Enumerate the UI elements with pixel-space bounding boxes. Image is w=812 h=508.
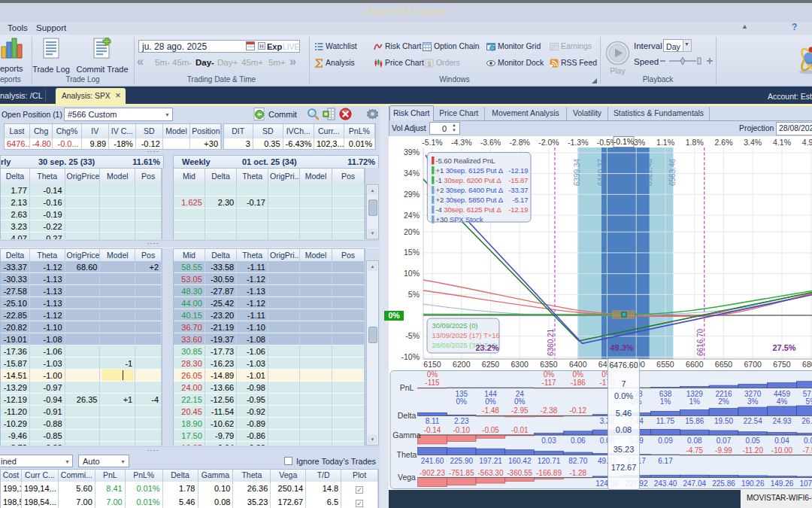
svg-text:0%: 0% bbox=[456, 397, 468, 406]
svg-text:6750: 6750 bbox=[773, 360, 791, 369]
svg-text:6400: 6400 bbox=[569, 360, 587, 369]
svg-text:Theta: Theta bbox=[397, 450, 417, 459]
svg-text:-7.50: -7.50 bbox=[802, 446, 812, 455]
svg-text:1%: 1% bbox=[660, 397, 671, 406]
svg-text:PnL: PnL bbox=[400, 383, 414, 392]
svg-text:4%: 4% bbox=[777, 397, 788, 406]
svg-text:-166.89: -166.89 bbox=[536, 469, 562, 477]
svg-text:225.86: 225.86 bbox=[712, 479, 735, 488]
svg-text:247.04: 247.04 bbox=[683, 479, 707, 488]
svg-text:107.00: 107.00 bbox=[800, 479, 812, 488]
svg-text:-5%: -5% bbox=[405, 331, 420, 340]
svg-text:-2.95: -2.95 bbox=[511, 406, 529, 415]
svg-text:243.40: 243.40 bbox=[654, 479, 677, 488]
svg-text:0.09: 0.09 bbox=[658, 437, 673, 445]
svg-text:-2.8%: -2.8% bbox=[509, 138, 529, 147]
svg-text:4.1%: 4.1% bbox=[773, 138, 791, 147]
svg-text:5%: 5% bbox=[806, 397, 812, 406]
svg-text:6650: 6650 bbox=[715, 360, 733, 369]
svg-text:29%: 29% bbox=[404, 190, 420, 199]
svg-text:0.06: 0.06 bbox=[571, 437, 586, 445]
svg-text:-0.14: -0.14 bbox=[424, 426, 441, 434]
svg-text:6150: 6150 bbox=[423, 360, 441, 369]
svg-text:1.8%: 1.8% bbox=[686, 138, 704, 147]
svg-text:0%: 0% bbox=[485, 397, 496, 406]
svg-text:-563.30: -563.30 bbox=[478, 469, 504, 477]
svg-text:1%: 1% bbox=[689, 397, 701, 406]
svg-text:0%: 0% bbox=[427, 370, 438, 379]
svg-text:6.17: 6.17 bbox=[658, 457, 673, 465]
svg-text:6350: 6350 bbox=[540, 360, 558, 369]
svg-text:26.70: 26.70 bbox=[801, 417, 812, 425]
svg-text:5%: 5% bbox=[408, 290, 420, 299]
svg-text:0%: 0% bbox=[514, 397, 526, 406]
svg-text:34%: 34% bbox=[404, 169, 420, 178]
svg-text:19.50: 19.50 bbox=[714, 417, 733, 425]
svg-text:-2.0%: -2.0% bbox=[538, 138, 559, 147]
svg-text:-1.3%: -1.3% bbox=[568, 138, 588, 147]
svg-text:-0.10: -0.10 bbox=[453, 426, 470, 434]
svg-text:-4 30sep. 6125 Put Δ: -4 30sep. 6125 Put Δ bbox=[436, 205, 502, 214]
svg-text:2.23: 2.23 bbox=[454, 417, 469, 425]
svg-text:6250: 6250 bbox=[482, 360, 500, 369]
svg-text:24%: 24% bbox=[404, 211, 420, 220]
svg-text:-4.75: -4.75 bbox=[686, 446, 703, 455]
svg-text:-1.28: -1.28 bbox=[569, 469, 586, 477]
svg-text:0.08: 0.08 bbox=[687, 437, 702, 445]
svg-text:-360.55: -360.55 bbox=[507, 469, 532, 477]
svg-text:-5.1%: -5.1% bbox=[422, 138, 442, 147]
svg-text:+2 30sep. 5850 Put Δ: +2 30sep. 5850 Put Δ bbox=[436, 196, 504, 204]
svg-text:-12.19: -12.19 bbox=[508, 166, 528, 175]
svg-text:-15.87: -15.87 bbox=[508, 176, 528, 184]
svg-text:23.2%: 23.2% bbox=[475, 343, 498, 352]
svg-text:2.6%: 2.6% bbox=[715, 138, 733, 147]
svg-text:-5.17: -5.17 bbox=[512, 196, 528, 204]
svg-text:6399.34: 6399.34 bbox=[573, 158, 581, 186]
svg-text:-902.23: -902.23 bbox=[420, 469, 445, 477]
svg-text:6300: 6300 bbox=[511, 360, 529, 369]
svg-text:2%: 2% bbox=[718, 397, 729, 406]
svg-text:-10.00: -10.00 bbox=[771, 446, 793, 455]
svg-text:0.05: 0.05 bbox=[745, 437, 760, 445]
svg-text:-0.12: -0.12 bbox=[569, 406, 586, 415]
svg-text:30/09/2025 (0): 30/09/2025 (0) bbox=[432, 321, 478, 330]
svg-text:13/09/2025 (17) T+16: 13/09/2025 (17) T+16 bbox=[432, 331, 500, 339]
svg-text:120.71: 120.71 bbox=[538, 457, 561, 465]
svg-text:6550: 6550 bbox=[656, 360, 674, 369]
svg-text:6800: 6800 bbox=[802, 360, 812, 369]
svg-text:27.5%: 27.5% bbox=[772, 343, 795, 352]
svg-text:-186: -186 bbox=[571, 379, 586, 387]
svg-text:-12.19: -12.19 bbox=[508, 205, 528, 214]
svg-text:15%: 15% bbox=[404, 248, 420, 257]
svg-text:-117: -117 bbox=[541, 379, 556, 387]
svg-text:1.1%: 1.1% bbox=[656, 138, 674, 147]
svg-text:39%: 39% bbox=[404, 148, 420, 157]
svg-text:-5.60 Realized PnL: -5.60 Realized PnL bbox=[436, 157, 496, 165]
svg-text:49.3%: 49.3% bbox=[610, 343, 633, 352]
svg-text:20%: 20% bbox=[404, 227, 420, 236]
svg-text:-2.38: -2.38 bbox=[541, 406, 558, 415]
svg-text:-9.99: -9.99 bbox=[715, 446, 732, 455]
svg-text:11.75: 11.75 bbox=[656, 417, 675, 425]
svg-text:0%: 0% bbox=[573, 370, 584, 379]
svg-text:Delta: Delta bbox=[398, 411, 417, 420]
svg-text:6200: 6200 bbox=[453, 360, 471, 369]
svg-text:241.60: 241.60 bbox=[421, 457, 444, 465]
svg-text:82.70: 82.70 bbox=[568, 457, 587, 465]
svg-text:6616.70: 6616.70 bbox=[696, 328, 704, 356]
svg-text:6563.46: 6563.46 bbox=[668, 158, 677, 186]
svg-text:+30 SPX Stock: +30 SPX Stock bbox=[436, 215, 483, 224]
svg-text:-115: -115 bbox=[425, 379, 440, 387]
svg-text:197.21: 197.21 bbox=[479, 457, 502, 465]
svg-text:0.04: 0.04 bbox=[774, 437, 789, 445]
svg-text:0.03: 0.03 bbox=[804, 437, 812, 445]
svg-text:-751.85: -751.85 bbox=[449, 469, 474, 477]
svg-text:225.90: 225.90 bbox=[450, 457, 474, 465]
svg-text:8.11: 8.11 bbox=[426, 417, 440, 425]
svg-text:190.26: 190.26 bbox=[741, 479, 765, 488]
svg-text:+1 30sep. 6125 Put Δ: +1 30sep. 6125 Put Δ bbox=[436, 166, 504, 175]
svg-text:6440.37: 6440.37 bbox=[597, 158, 605, 186]
svg-text:-0.05: -0.05 bbox=[482, 426, 499, 434]
svg-text:Vega: Vega bbox=[398, 473, 416, 482]
svg-text:4.9%: 4.9% bbox=[802, 138, 812, 147]
